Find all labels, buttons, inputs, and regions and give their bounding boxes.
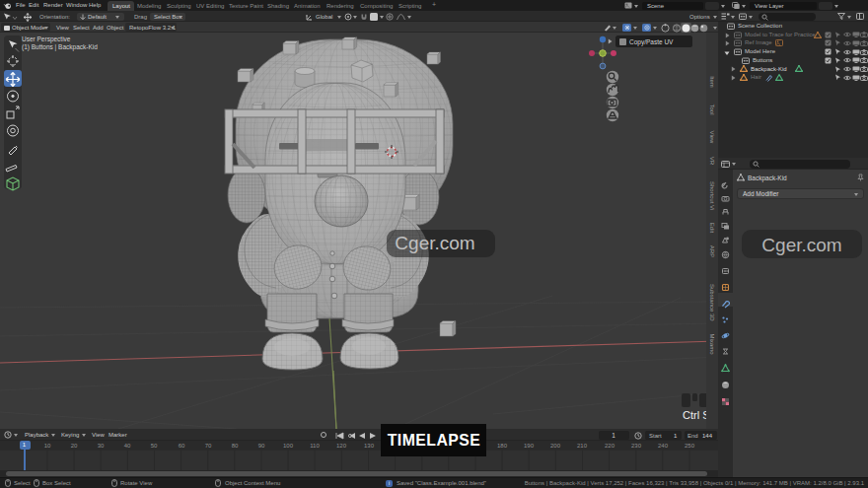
svg-text:Cger.com: Cger.com	[395, 233, 474, 253]
